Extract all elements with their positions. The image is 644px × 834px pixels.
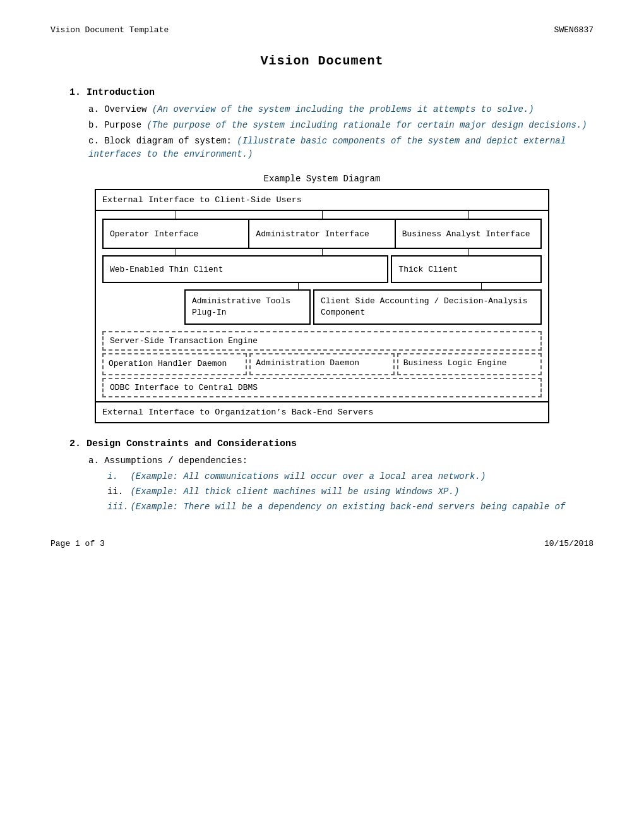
daemons-row: Operation Handler Daemon Administration … [102, 353, 542, 375]
section1-heading: 1. Introduction [69, 87, 593, 98]
connector-tools [102, 283, 542, 289]
vert-line-7 [298, 283, 299, 289]
item-a-label: a. [88, 104, 99, 114]
doc-type-label: Vision Document Template [51, 25, 169, 35]
system-diagram: External Interface to Client-Side Users … [95, 189, 549, 423]
doc-code-label: SWEN6837 [554, 25, 593, 35]
operation-handler-box: Operation Handler Daemon [102, 353, 247, 375]
interfaces-container: Operator Interface Administrator Interfa… [102, 219, 542, 249]
section2-item-a: a. Assumptions / dependencies: [88, 454, 593, 468]
subitem-i: i. (Example: All communications will occ… [107, 470, 593, 483]
tool-connector-right [421, 283, 542, 289]
roman-i: i. (Example: All communications will occ… [107, 471, 486, 481]
subitem-ii: ii. (Example: All thick client machines … [107, 485, 593, 499]
client-accounting-box: Client Side Accounting / Decision-Analys… [313, 289, 542, 325]
item-a-overview-italic: (An overview of the system including the… [152, 104, 534, 114]
item-b-purpose-static: Purpose [104, 120, 146, 130]
footer: Page 1 of 3 10/15/2018 [51, 539, 593, 548]
item-a2-label: a. [88, 456, 99, 466]
subitem-iii: iii. (Example: There will be a dependenc… [107, 500, 593, 514]
diagram-body: Operator Interface Administrator Interfa… [96, 211, 548, 401]
item-b-purpose-italic: (The purpose of the system including rat… [146, 120, 587, 130]
diagram-wrapper: External Interface to Client-Side Users … [95, 189, 549, 423]
vert-line-4 [176, 249, 176, 255]
thick-client-box: Thick Client [391, 255, 542, 283]
admin-tools-box: Administrative Tools Plug-In [184, 289, 311, 325]
thin-connectors [102, 249, 395, 255]
business-analyst-box: Business Analyst Interface [396, 219, 542, 249]
item-b-label: b. [88, 120, 99, 130]
admin-daemon-box: Administration Daemon [249, 353, 394, 375]
ext-interface-top: External Interface to Client-Side Users [96, 190, 548, 211]
vert-line-8 [481, 283, 482, 289]
vert-line-5 [322, 249, 323, 255]
vert-line-3 [468, 211, 469, 219]
connector-middle [102, 249, 542, 255]
item-a-overview-static: Overview [104, 104, 152, 114]
business-logic-box: Business Logic Engine [397, 353, 542, 375]
footer-page: Page 1 of 3 [51, 539, 105, 548]
roman-iii: iii. (Example: There will be a dependenc… [107, 502, 565, 512]
connector-top [102, 211, 542, 219]
thick-connectors [395, 249, 542, 255]
operator-interface-box: Operator Interface [102, 219, 249, 249]
admin-interface-box: Administrator Interface [249, 219, 395, 249]
ext-interface-bottom: External Interface to Organization’s Bac… [96, 401, 548, 422]
server-section: Server-Side Transaction Engine Operation… [102, 331, 542, 397]
odbc-box: ODBC Interface to Central DBMS [102, 378, 542, 397]
server-engine-box: Server-Side Transaction Engine [102, 331, 542, 351]
list-item-a: a. Overview (An overview of the system i… [88, 103, 593, 116]
item-c-label: c. [88, 136, 99, 146]
tools-row: Administrative Tools Plug-In Client Side… [102, 289, 542, 325]
tool-connector-left [102, 283, 419, 289]
vert-line-6 [468, 249, 469, 255]
vert-line-2 [322, 211, 323, 219]
thin-client-box: Web-Enabled Thin Client [102, 255, 388, 283]
diagram-caption: Example System Diagram [51, 174, 593, 184]
list-item-c: c. Block diagram of system: (Illustrate … [88, 135, 593, 161]
roman-ii-label: ii. [107, 485, 125, 499]
section2: 2. Design Constraints and Considerations… [51, 438, 593, 514]
list-item-b: b. Purpose (The purpose of the system in… [88, 119, 593, 132]
vert-line-1 [176, 211, 176, 219]
roman-ii-text: (Example: All thick client machines will… [130, 486, 459, 497]
clients-row: Web-Enabled Thin Client Thick Client [102, 255, 542, 283]
section2-heading: 2. Design Constraints and Considerations [69, 438, 593, 449]
footer-date: 10/15/2018 [544, 539, 593, 548]
item-c-block-static: Block diagram of system: [104, 136, 237, 146]
page-title: Vision Document [51, 54, 593, 68]
